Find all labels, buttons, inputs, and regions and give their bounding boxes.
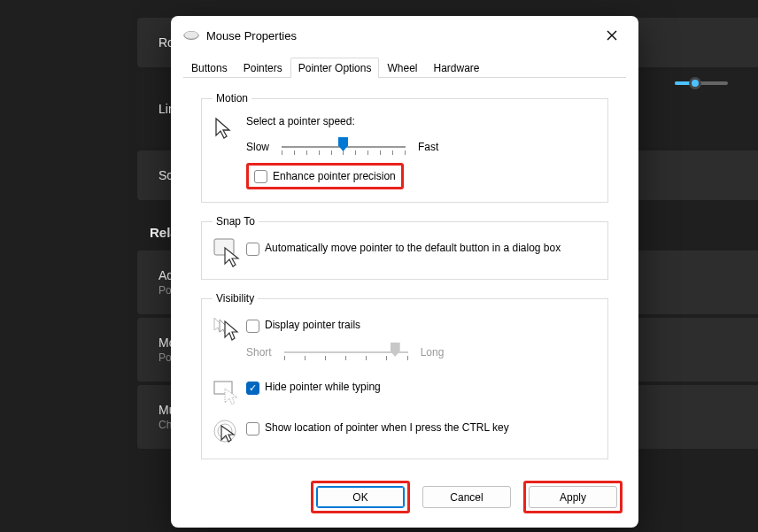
ok-button[interactable]: OK bbox=[316, 486, 405, 508]
tab-pointers[interactable]: Pointers bbox=[236, 58, 290, 78]
motion-legend: Motion bbox=[213, 92, 251, 104]
dialog-buttons: OK Cancel Apply bbox=[171, 465, 638, 528]
bg-slider[interactable] bbox=[675, 81, 728, 85]
titlebar: Mouse Properties bbox=[171, 16, 638, 51]
apply-button[interactable]: Apply bbox=[529, 486, 617, 508]
ctrl-locate-label: Show location of pointer when I press th… bbox=[265, 421, 509, 434]
ok-highlight: OK bbox=[311, 481, 410, 513]
tab-wheel[interactable]: Wheel bbox=[379, 58, 425, 78]
ctrl-locate-checkbox[interactable] bbox=[246, 422, 259, 436]
pointer-speed-slider[interactable] bbox=[282, 136, 406, 158]
hide-pointer-icon bbox=[213, 377, 246, 405]
apply-highlight: Apply bbox=[523, 481, 623, 513]
snap-to-icon bbox=[213, 238, 246, 266]
pointer-speed-icon bbox=[213, 115, 246, 143]
trails-short-label: Short bbox=[246, 346, 272, 359]
mouse-properties-dialog: Mouse Properties Buttons Pointers Pointe… bbox=[171, 16, 638, 528]
tabs: Buttons Pointers Pointer Options Wheel H… bbox=[171, 51, 638, 77]
snap-to-checkbox[interactable] bbox=[246, 243, 259, 256]
svg-marker-2 bbox=[216, 119, 229, 138]
pointer-trails-label: Display pointer trails bbox=[265, 319, 360, 331]
tab-buttons[interactable]: Buttons bbox=[183, 58, 236, 78]
pointer-trails-icon bbox=[213, 315, 246, 343]
ctrl-locate-icon bbox=[213, 418, 246, 446]
pointer-trails-slider bbox=[284, 342, 408, 363]
enhance-precision-checkbox[interactable] bbox=[254, 170, 267, 183]
hide-pointer-label: Hide pointer while typing bbox=[265, 381, 381, 393]
enhance-precision-label: Enhance pointer precision bbox=[273, 170, 396, 182]
close-button[interactable] bbox=[598, 25, 626, 46]
pointer-speed-label: Select a pointer speed: bbox=[246, 115, 597, 127]
trails-long-label: Long bbox=[421, 346, 445, 359]
snap-to-legend: Snap To bbox=[213, 215, 259, 227]
cancel-button[interactable]: Cancel bbox=[422, 486, 511, 508]
tab-hardware[interactable]: Hardware bbox=[425, 58, 487, 78]
visibility-group: Visibility Display pointer trails bbox=[201, 292, 608, 459]
svg-marker-7 bbox=[225, 321, 237, 340]
snap-to-group: Snap To Automatically move pointer to th… bbox=[201, 215, 608, 280]
motion-group: Motion Select a pointer speed: Slow Fas bbox=[201, 92, 608, 203]
slow-label: Slow bbox=[246, 141, 269, 153]
pointer-trails-checkbox[interactable] bbox=[246, 320, 259, 333]
enhance-precision-highlight: Enhance pointer precision bbox=[246, 163, 404, 189]
hide-pointer-checkbox[interactable]: ✓ bbox=[246, 382, 259, 395]
tab-panel: Motion Select a pointer speed: Slow Fas bbox=[183, 77, 626, 459]
snap-to-label: Automatically move pointer to the defaul… bbox=[265, 242, 561, 254]
fast-label: Fast bbox=[418, 141, 438, 153]
mouse-icon bbox=[183, 30, 199, 41]
svg-point-1 bbox=[185, 32, 198, 39]
tab-pointer-options[interactable]: Pointer Options bbox=[290, 58, 380, 78]
dialog-title: Mouse Properties bbox=[206, 29, 297, 42]
visibility-legend: Visibility bbox=[213, 292, 258, 305]
